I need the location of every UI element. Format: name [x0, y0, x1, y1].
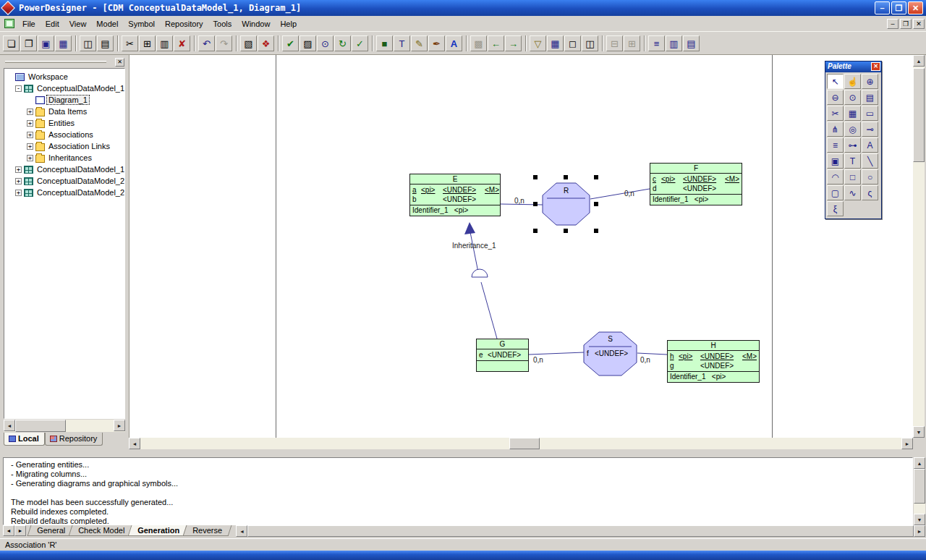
previous-diagram-button[interactable]: ←: [488, 35, 504, 51]
scroll-down-button[interactable]: ▼: [913, 426, 925, 438]
refresh-button[interactable]: ↻: [334, 35, 351, 51]
mdi-minimize-button[interactable]: –: [887, 19, 899, 29]
tree-item-diagram-1[interactable]: Diagram_1: [5, 94, 124, 106]
selection-handle[interactable]: [533, 175, 538, 179]
ellipse-tool[interactable]: ○: [862, 169, 878, 184]
scroll-right-button[interactable]: ►: [901, 438, 913, 449]
delete-tool[interactable]: ✂: [827, 106, 844, 121]
show-columns-button[interactable]: ▥: [666, 35, 682, 51]
panel-grip[interactable]: [5, 61, 106, 63]
expander-icon[interactable]: +: [27, 143, 33, 150]
tree-horizontal-scrollbar[interactable]: ◄ ►: [4, 420, 125, 432]
tab-local[interactable]: Local: [4, 433, 45, 446]
tile-vertical-button[interactable]: ⊞: [624, 35, 640, 51]
polyline-tool[interactable]: ∿: [844, 185, 861, 200]
font-button[interactable]: A: [446, 35, 462, 51]
tree-item-model-4[interactable]: + ConceptualDataModel_2: [5, 187, 124, 198]
output-splitter[interactable]: [0, 449, 926, 457]
menu-repository[interactable]: Repository: [160, 17, 208, 30]
entity-G[interactable]: G e<UNDEF>: [476, 339, 529, 372]
close-button[interactable]: ✕: [908, 1, 923, 14]
free-form-tool[interactable]: ξ: [827, 201, 844, 216]
tree-item-data-items[interactable]: + Data Items: [5, 106, 124, 117]
diagram-canvas[interactable]: E a<pi><UNDEF><M> b<UNDEF> Identifier_1 …: [129, 55, 913, 438]
paste-button[interactable]: ▥: [156, 35, 173, 51]
grabber-tool[interactable]: ☝: [844, 74, 861, 89]
print-button[interactable]: ▤: [97, 35, 114, 51]
copy-image-button[interactable]: ▩: [470, 35, 487, 51]
association-link-tool[interactable]: ⊸: [862, 122, 878, 137]
menu-symbol[interactable]: Symbol: [123, 17, 160, 30]
window-two-button[interactable]: ◫: [582, 35, 598, 51]
menu-help[interactable]: Help: [275, 17, 302, 30]
scroll-right-button[interactable]: ►: [914, 525, 925, 537]
cut-button[interactable]: ✂: [122, 35, 138, 51]
entity-H[interactable]: H h<pi><UNDEF><M> g<UNDEF> Identifier_1 …: [667, 340, 760, 383]
rounded-rectangle-tool[interactable]: ▢: [827, 185, 844, 200]
arc-tool[interactable]: ◠: [827, 169, 844, 184]
inheritance-link-upper[interactable]: [470, 232, 478, 272]
entity-F[interactable]: F c<pi><UNDEF><M> d<UNDEF> Identifier_1 …: [650, 163, 742, 205]
selection-handle[interactable]: [533, 229, 538, 233]
expander-icon[interactable]: +: [27, 120, 33, 127]
zoom-out-tool[interactable]: ⊖: [827, 90, 844, 105]
canvas-horizontal-scrollbar[interactable]: ◄ ►: [129, 438, 913, 449]
grid-button[interactable]: ▦: [547, 35, 564, 51]
text-tool[interactable]: A: [862, 137, 878, 153]
tab-reverse[interactable]: Reverse: [183, 525, 232, 536]
window-one-button[interactable]: ◻: [564, 35, 581, 51]
open-diagram-tool[interactable]: ⊙: [844, 90, 861, 105]
expander-icon[interactable]: +: [27, 132, 33, 138]
copy-button[interactable]: ⊞: [139, 35, 156, 51]
selection-handle[interactable]: [594, 202, 598, 206]
report-button[interactable]: ▨: [300, 35, 316, 51]
menu-view[interactable]: View: [64, 17, 92, 30]
mdi-close-button[interactable]: ✕: [913, 19, 925, 29]
zoom-in-tool[interactable]: ⊕: [862, 74, 878, 89]
print-preview-button[interactable]: ◫: [80, 35, 96, 51]
brush-tool-button[interactable]: ✒: [428, 35, 445, 51]
link-S-H[interactable]: [637, 353, 667, 355]
scroll-left-button[interactable]: ◄: [129, 438, 140, 449]
menu-window[interactable]: Window: [237, 17, 275, 30]
link-G-S[interactable]: [529, 352, 584, 355]
menu-file[interactable]: File: [17, 17, 41, 30]
package-tool[interactable]: ▦: [844, 106, 861, 121]
link-R-F[interactable]: [590, 189, 650, 199]
open-button[interactable]: ❐: [20, 35, 37, 51]
tree-item-association-links[interactable]: + Association Links: [5, 140, 124, 152]
scroll-thumb[interactable]: [509, 438, 540, 449]
next-diagram-button[interactable]: →: [505, 35, 522, 51]
tree-item-model-3[interactable]: + ConceptualDataModel_2: [5, 175, 124, 187]
menu-edit[interactable]: Edit: [41, 17, 64, 30]
text-tool-button[interactable]: T: [394, 35, 410, 51]
tabs-scroll-left-button[interactable]: ◄: [3, 525, 14, 536]
expander-icon[interactable]: +: [15, 190, 22, 196]
spell-check-button[interactable]: ✓: [352, 35, 368, 51]
tile-horizontal-button[interactable]: ⊟: [606, 35, 623, 51]
save-button[interactable]: ▣: [38, 35, 54, 51]
tree-item-model-1[interactable]: - ConceptualDataModel_1: [5, 82, 124, 94]
note-tool[interactable]: ≡: [827, 137, 844, 153]
restore-button[interactable]: ❐: [891, 1, 906, 14]
palette-title-bar[interactable]: Palette ✕: [825, 61, 881, 72]
entity-E[interactable]: E a<pi><UNDEF><M> b<UNDEF> Identifier_1 …: [409, 174, 501, 216]
new-button[interactable]: ❏: [3, 35, 20, 51]
association-tool[interactable]: ◎: [844, 122, 861, 137]
canvas-vertical-scrollbar[interactable]: ▲ ▼: [913, 55, 925, 438]
check-model-button[interactable]: ✔: [282, 35, 299, 51]
show-preview-button[interactable]: ▤: [683, 35, 700, 51]
note-link-tool[interactable]: ⊶: [844, 137, 861, 153]
pen-tool-button[interactable]: ✎: [411, 35, 428, 51]
properties-tool[interactable]: ▤: [862, 90, 878, 105]
minimize-button[interactable]: –: [875, 1, 890, 14]
selection-handle[interactable]: [594, 229, 598, 233]
tab-general[interactable]: General: [27, 525, 75, 536]
scroll-left-button[interactable]: ◄: [236, 525, 247, 537]
tab-check-model[interactable]: Check Model: [69, 525, 135, 536]
undo-button[interactable]: ↶: [198, 35, 215, 51]
selection-handle[interactable]: [564, 175, 568, 179]
properties-button[interactable]: ▧: [240, 35, 257, 51]
tree-item-model-2[interactable]: + ConceptualDataModel_1: [5, 164, 124, 175]
redo-button[interactable]: ↷: [216, 35, 232, 51]
